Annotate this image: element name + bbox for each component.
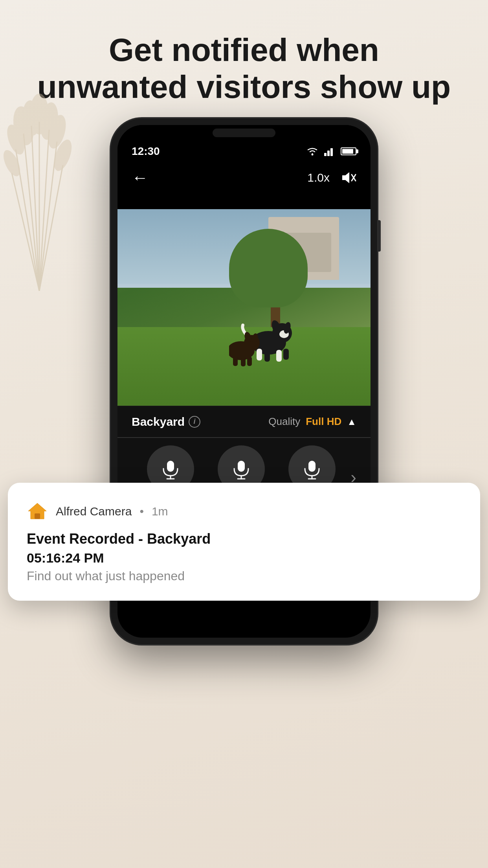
camera-name: Backyard [132,415,185,428]
phone-notch [117,125,371,141]
zoom-level[interactable]: 1.0x [307,171,330,184]
svg-rect-39 [247,357,252,366]
camera-top-spacer [117,193,371,209]
svg-rect-31 [276,350,282,362]
info-icon[interactable]: i [189,416,200,428]
tree [229,229,308,307]
svg-rect-46 [308,461,316,472]
svg-line-6 [12,173,39,291]
notification-time-detail: 05:16:24 PM [27,550,461,566]
notification-app-name: Alfred Camera [56,505,132,518]
app-icon [27,500,48,523]
svg-rect-21 [330,148,333,156]
notification-title: Event Recorded - Backyard [27,531,461,547]
notification-dot: • [139,505,144,518]
svg-rect-19 [324,153,327,156]
svg-rect-20 [327,151,330,156]
back-button[interactable]: ← [132,168,148,187]
camera-feed [117,209,371,406]
svg-rect-32 [283,349,289,360]
svg-point-18 [312,154,314,156]
svg-rect-37 [233,357,238,366]
status-bar: 12:30 [117,141,371,162]
status-icons [306,147,356,156]
signal-icon [324,147,335,156]
notch-pill [213,129,275,137]
wifi-icon [306,147,319,156]
decorative-plant [0,63,90,292]
quality-value[interactable]: Full HD [306,416,341,428]
battery-icon [341,147,356,155]
status-time: 12:30 [132,145,160,158]
svg-rect-40 [167,461,174,472]
quality-chevron-icon[interactable]: ▲ [347,416,356,427]
svg-rect-30 [264,351,270,362]
svg-rect-43 [238,461,245,472]
svg-rect-38 [241,358,246,366]
notification-time-ago: 1m [152,505,168,518]
notification-body: Find out what just happened [27,569,461,583]
svg-rect-29 [257,349,262,360]
notification-card: Alfred Camera • 1m Event Recorded - Back… [8,483,480,601]
dogs [229,303,339,374]
app-header-bar: ← 1.0x [117,162,371,193]
quality-label: Quality [268,416,300,428]
svg-rect-17 [35,513,40,519]
camera-info-bar: Backyard i Quality Full HD ▲ [117,406,371,437]
mute-icon[interactable] [339,169,356,186]
